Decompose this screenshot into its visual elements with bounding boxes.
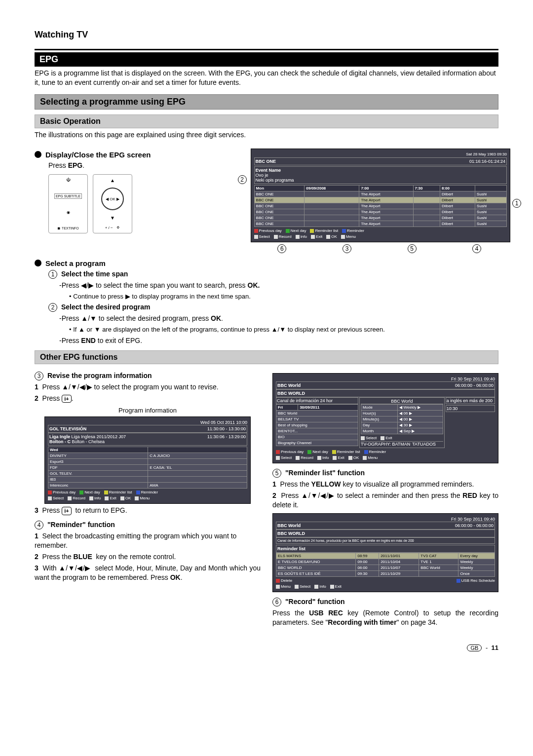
step2-head: 2 Select the desired program [48, 302, 498, 312]
s4-1: 1 Select the broadcasting emitting the p… [35, 531, 261, 550]
s5-2: 2 Press ▲/▼/◀/▶ to select a reminder and… [272, 491, 498, 510]
basic-op-note: The illustrations on this page are expla… [35, 130, 498, 140]
info-icon: i+ [62, 395, 71, 403]
epg-title-bar: EPG [35, 52, 498, 67]
bullet-dot-icon [35, 151, 41, 158]
epg-grid-figure: Sat 28 May 1983 09:30 BBC ONE01:16:16-01… [251, 149, 510, 242]
s6-body: Press the USB REC key (Remote Control) t… [272, 608, 498, 627]
s6-head: 6 "Record" function [272, 597, 498, 606]
s4-3: 3 With ▲/▼/◀/▶ select Mode, Hour, Minute… [35, 564, 261, 582]
step2-end: -Press END to exit of EPG. [59, 336, 498, 345]
s3-2: 2 Press i+. [35, 394, 261, 403]
info-icon: i+ [62, 507, 71, 515]
callout-4: 4 [472, 244, 481, 253]
display-close-head: Display/Close the EPG screen [35, 151, 239, 159]
step1-head: 1 Select the time span [48, 269, 498, 279]
step2-bullet: • If ▲ or ▼ are displayed on the left of… [69, 325, 498, 334]
s5-1: 1 Press the YELLOW key to visualize all … [272, 480, 498, 489]
step2-l1: -Press ▲/▼ to select the desired program… [59, 314, 498, 323]
prog-info-caption: Program information [35, 406, 261, 415]
page-footer: GB - 11 [35, 644, 498, 651]
select-program-head: Select a program [35, 259, 498, 267]
bullet-dot-icon [35, 260, 41, 266]
s4-head: 4 "Reminder" function [35, 520, 261, 529]
section-header: Watching TV [35, 30, 498, 40]
callout-6: 6 [277, 244, 286, 253]
remote-graphic-left: ⏻ EPG SUBTITLE ◉ ⏹ TEXTINFO [48, 174, 88, 233]
epg-intro: EPG is a programme list that is displaye… [35, 69, 498, 87]
other-func-title: Other EPG functions [35, 350, 498, 364]
s3-head: 3 Revise the program information [35, 371, 261, 380]
step1-bullet: • Continue to press ▶ to display program… [69, 292, 498, 301]
basic-op-title: Basic Operation [35, 114, 498, 128]
s3-1: 1 Press ▲/▼/◀/▶ to select the program yo… [35, 382, 261, 392]
callout-2: 2 [238, 175, 247, 184]
press-epg-line: Press EPG. [48, 161, 239, 170]
selecting-title: Selecting a programme using EPG [35, 94, 498, 110]
remote-graphic-right: ▲ ◀ OK ▶ ▼ + / − ⭘ [93, 174, 132, 233]
prog-info-figure: Wed 05 Oct 2011 10:00 GOL TELEVISIÓN11:3… [44, 416, 251, 504]
callout-1: 1 [512, 199, 521, 208]
reminder-figure: Fri 30 Sep 2011 09:40 BBC World06:00:00 … [272, 373, 498, 463]
s4-2: 2 Press the BLUE key on the remote contr… [35, 552, 261, 562]
callout-5: 5 [408, 244, 417, 253]
reminder-list-figure: Fri 30 Sep 2011 09:40 BBC World06:00:00 … [272, 513, 498, 592]
s3-3: 3 Press i+ to return to EPG. [35, 506, 261, 515]
step1-l1: -Press ◀/▶ to select the time span you w… [59, 281, 498, 290]
callout-3: 3 [343, 244, 351, 253]
s5-head: 5 "Reminder list" function [272, 468, 498, 478]
